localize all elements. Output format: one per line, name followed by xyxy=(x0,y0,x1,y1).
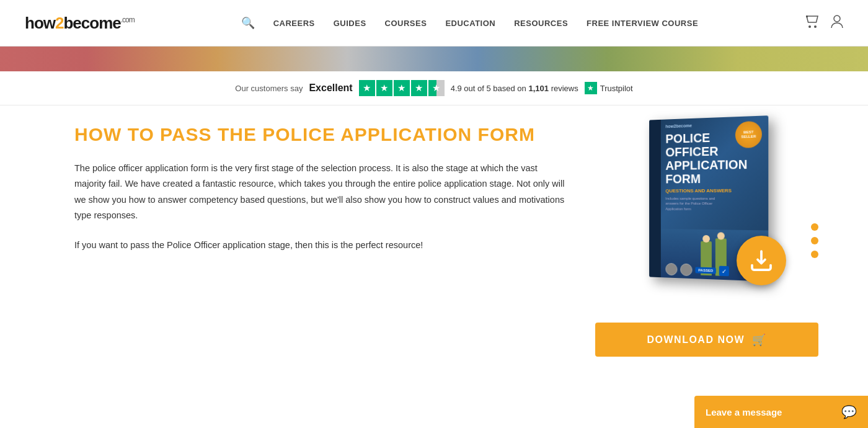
trustpilot-label: Trustpilot xyxy=(600,84,633,93)
hero-strip-inner xyxy=(0,47,868,71)
header: how2become.com 🔍 CAREERS GUIDES COURSES … xyxy=(0,0,868,47)
book-container: BESTSELLER how2become POLICE OFFICER APP… xyxy=(647,118,768,279)
svg-point-3 xyxy=(834,16,840,22)
nav-item-careers[interactable]: CAREERS xyxy=(273,19,315,28)
chat-icon: 💬 xyxy=(841,404,857,419)
svg-point-1 xyxy=(808,25,811,28)
star-5: ★ xyxy=(428,80,445,96)
trustpilot-stars: ★ ★ ★ ★ ★ xyxy=(359,80,445,96)
nav-item-guides[interactable]: GUIDES xyxy=(334,19,366,28)
dot-3 xyxy=(811,251,818,258)
passed-badge: PASSED xyxy=(695,267,716,274)
star-3: ★ xyxy=(394,80,410,96)
star-2: ★ xyxy=(376,80,392,96)
page-description-2: If you want to pass the Police Officer a… xyxy=(74,238,570,253)
star-1: ★ xyxy=(359,80,375,96)
badge-cert-1 xyxy=(665,263,677,275)
nav-item-resources[interactable]: RESOURCES xyxy=(514,19,568,28)
svg-point-2 xyxy=(814,25,817,28)
book-badge-inner: BESTSELLER xyxy=(741,130,756,139)
chat-bubble[interactable]: Leave a message 💬 xyxy=(694,396,868,428)
download-btn-label: DOWNLOAD NOW xyxy=(647,334,745,346)
nav-item-free-interview[interactable]: FREE INTERVIEW COURSE xyxy=(587,19,698,28)
nav-item-education[interactable]: EDUCATION xyxy=(445,19,495,28)
book-badge: BESTSELLER xyxy=(735,121,761,148)
star-4: ★ xyxy=(411,80,427,96)
page-title: HOW TO PASS THE POLICE APPLICATION FORM xyxy=(74,124,570,145)
download-now-button[interactable]: DOWNLOAD NOW 🛒 xyxy=(595,323,818,357)
logo-two: 2 xyxy=(55,14,63,32)
badge-cert-2 xyxy=(680,264,692,276)
trustpilot-say-text: Our customers say xyxy=(235,84,303,93)
main-nav: 🔍 CAREERS GUIDES COURSES EDUCATION RESOU… xyxy=(241,16,698,30)
search-icon[interactable]: 🔍 xyxy=(241,16,255,30)
book-subtitle: QUESTIONS AND ANSWERS xyxy=(649,185,768,194)
side-dots xyxy=(811,223,818,258)
content-right: BESTSELLER how2become POLICE OFFICER APP… xyxy=(595,124,818,357)
chat-bubble-text: Leave a message xyxy=(706,407,782,417)
trustpilot-logo: ★ Trustpilot xyxy=(585,82,633,94)
trustpilot-excellent: Excellent xyxy=(309,82,352,94)
logo-how: how xyxy=(25,14,55,32)
logo-become: become xyxy=(63,14,120,32)
dot-2 xyxy=(811,237,818,244)
logo[interactable]: how2become.com xyxy=(25,14,135,33)
nav-utility-icons xyxy=(805,15,843,32)
trustpilot-bar: Our customers say Excellent ★ ★ ★ ★ ★ 4.… xyxy=(0,71,868,105)
nav-item-courses[interactable]: COURSES xyxy=(385,19,427,28)
user-icon[interactable] xyxy=(831,15,843,32)
main-content: HOW TO PASS THE POLICE APPLICATION FORM … xyxy=(0,105,868,375)
book-bottom-badges: PASSED ✓ xyxy=(665,263,729,277)
content-left: HOW TO PASS THE POLICE APPLICATION FORM … xyxy=(74,124,570,357)
download-circle-icon[interactable] xyxy=(737,236,786,285)
page-description-1: The police officer application form is t… xyxy=(74,161,570,224)
dot-1 xyxy=(811,223,818,231)
cart-icon[interactable] xyxy=(805,15,820,32)
book-spine xyxy=(649,120,661,277)
logo-text: how2become.com xyxy=(25,14,135,33)
download-cart-icon: 🛒 xyxy=(752,333,767,347)
logo-com: .com xyxy=(121,16,135,24)
trustpilot-star-icon: ★ xyxy=(585,82,597,94)
book-desc-small: Includes sample questions andanswers for… xyxy=(649,194,768,212)
check-badge: ✓ xyxy=(719,266,729,277)
hero-banner-strip xyxy=(0,47,868,71)
trustpilot-review-text: 4.9 out of 5 based on 1,101 reviews xyxy=(451,84,578,93)
